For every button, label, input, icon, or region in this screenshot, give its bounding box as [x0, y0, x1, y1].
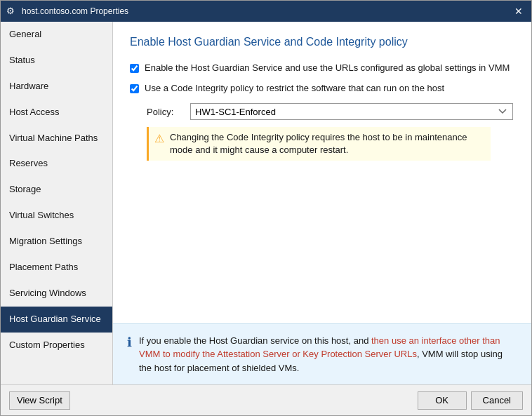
- info-icon: ℹ: [127, 335, 132, 350]
- view-script-button[interactable]: View Script: [9, 391, 70, 410]
- policy-select[interactable]: HW1-SC1-Enforced: [190, 103, 513, 120]
- sidebar-item-custom-properties[interactable]: Custom Properties: [1, 333, 112, 358]
- sidebar-item-hardware[interactable]: Hardware: [1, 74, 112, 100]
- sidebar-item-placement-paths[interactable]: Placement Paths: [1, 255, 112, 281]
- sidebar-item-servicing-windows[interactable]: Servicing Windows: [1, 281, 112, 307]
- content-area: Enable Host Guardian Service and Code In…: [113, 22, 531, 384]
- enable-hgs-checkbox[interactable]: [130, 64, 139, 73]
- warning-icon: ⚠: [154, 132, 164, 145]
- use-code-integrity-checkbox[interactable]: [130, 84, 139, 93]
- sidebar-item-virtual-switches[interactable]: Virtual Switches: [1, 203, 112, 229]
- dialog-icon: ⚙: [6, 6, 18, 17]
- checkbox-row-2: Use a Code Integrity policy to restrict …: [130, 83, 514, 93]
- warning-text: Changing the Code Integrity policy requi…: [170, 131, 485, 156]
- sidebar-item-reserves[interactable]: Reserves: [1, 151, 112, 177]
- use-code-integrity-label: Use a Code Integrity policy to restrict …: [145, 83, 444, 93]
- dialog-window: ⚙ host.contoso.com Properties ✕ GeneralS…: [0, 0, 532, 416]
- content-main: Enable Host Guardian Service and Code In…: [113, 22, 531, 323]
- policy-label: Policy:: [147, 107, 182, 117]
- close-button[interactable]: ✕: [512, 4, 526, 18]
- sidebar-item-storage[interactable]: Storage: [1, 177, 112, 203]
- sidebar-item-virtual-machine-paths[interactable]: Virtual Machine Paths: [1, 126, 112, 152]
- enable-hgs-label: Enable the Host Guardian Service and use…: [145, 62, 510, 73]
- footer: View Script OK Cancel: [1, 384, 531, 415]
- content-title: Enable Host Guardian Service and Code In…: [130, 36, 514, 48]
- info-box: ℹ If you enable the Host Guardian servic…: [113, 323, 531, 385]
- sidebar-item-host-guardian-service[interactable]: Host Guardian Service: [1, 307, 112, 333]
- sidebar-item-host-access[interactable]: Host Access: [1, 100, 112, 126]
- title-bar: ⚙ host.contoso.com Properties ✕: [1, 1, 531, 22]
- cancel-button[interactable]: Cancel: [471, 391, 523, 410]
- sidebar-item-general[interactable]: General: [1, 22, 112, 48]
- dialog-body: GeneralStatusHardwareHost AccessVirtual …: [1, 22, 531, 384]
- info-text: If you enable the Host Guardian service …: [139, 334, 517, 375]
- policy-row: Policy: HW1-SC1-Enforced: [147, 103, 514, 120]
- checkbox-row-1: Enable the Host Guardian Service and use…: [130, 62, 514, 73]
- title-bar-text: host.contoso.com Properties: [22, 6, 512, 16]
- sidebar-item-status[interactable]: Status: [1, 48, 112, 74]
- ok-button[interactable]: OK: [418, 391, 467, 410]
- footer-left: View Script: [9, 391, 413, 410]
- info-text-part1: If you enable the Host Guardian service …: [139, 335, 371, 346]
- sidebar-item-migration-settings[interactable]: Migration Settings: [1, 229, 112, 255]
- sidebar: GeneralStatusHardwareHost AccessVirtual …: [1, 22, 113, 384]
- warning-box: ⚠ Changing the Code Integrity policy req…: [147, 127, 491, 161]
